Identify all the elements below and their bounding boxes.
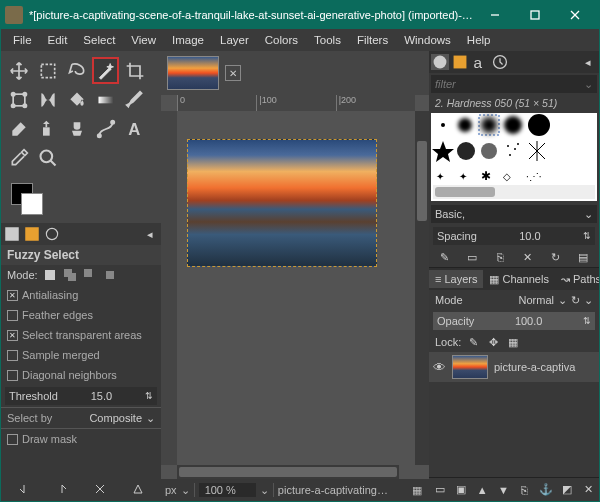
chevron-down-icon[interactable]: ⌄	[558, 294, 567, 307]
switch-mode-icon[interactable]: ↻	[571, 294, 580, 307]
layer-visibility-icon[interactable]: 👁	[433, 360, 446, 375]
selectby-value[interactable]: Composite	[89, 412, 142, 424]
tab-undo-history-icon[interactable]	[43, 226, 61, 242]
navigation-icon[interactable]: ▦	[409, 482, 425, 498]
lock-alpha-icon[interactable]: ▦	[505, 334, 521, 350]
restore-preset-icon[interactable]	[54, 481, 70, 497]
mode-add-icon[interactable]	[62, 267, 78, 283]
reset-preset-icon[interactable]	[130, 481, 146, 497]
menu-file[interactable]: File	[5, 32, 40, 48]
mode-intersect-icon[interactable]	[102, 267, 118, 283]
tool-free-select[interactable]	[63, 57, 90, 84]
canvas-image[interactable]	[187, 139, 377, 267]
refresh-brush-icon[interactable]: ↻	[547, 249, 563, 265]
open-brush-icon[interactable]: ▤	[575, 249, 591, 265]
edit-brush-icon[interactable]: ✎	[437, 249, 453, 265]
delete-layer-icon[interactable]: ✕	[580, 482, 596, 498]
tool-rect-select[interactable]	[34, 57, 61, 84]
lock-position-icon[interactable]: ✥	[485, 334, 501, 350]
drawmask-checkbox[interactable]	[7, 434, 18, 445]
chevron-down-icon[interactable]: ⌄	[584, 294, 593, 307]
color-swatches[interactable]	[1, 177, 161, 223]
lock-pixels-icon[interactable]: ✎	[465, 334, 481, 350]
tool-text[interactable]: A	[121, 115, 148, 142]
mode-subtract-icon[interactable]	[82, 267, 98, 283]
mask-layer-icon[interactable]: ◩	[559, 482, 575, 498]
tool-bucket-fill[interactable]	[63, 86, 90, 113]
tool-move[interactable]	[5, 57, 32, 84]
window-maximize-button[interactable]	[515, 1, 555, 29]
tab-device-status-icon[interactable]	[23, 226, 41, 242]
transparent-checkbox[interactable]: ✕	[7, 330, 18, 341]
layer-row[interactable]: 👁 picture-a-captiva	[429, 352, 599, 382]
menu-select[interactable]: Select	[75, 32, 123, 48]
merge-layer-icon[interactable]: ⚓	[538, 482, 554, 498]
stepper-icon[interactable]: ⇅	[145, 391, 153, 401]
tool-smudge[interactable]	[63, 115, 90, 142]
image-tab-thumbnail[interactable]	[167, 56, 219, 90]
new-layer-icon[interactable]: ▭	[432, 482, 448, 498]
tab-menu-icon[interactable]: ◂	[141, 226, 159, 242]
window-close-button[interactable]	[555, 1, 595, 29]
tab-history-icon[interactable]	[491, 54, 509, 70]
new-brush-icon[interactable]: ▭	[464, 249, 480, 265]
tab-channels[interactable]: ▦Channels	[483, 270, 554, 289]
lower-layer-icon[interactable]: ▼	[495, 482, 511, 498]
threshold-slider[interactable]: Threshold 15.0 ⇅	[5, 387, 157, 405]
raise-layer-icon[interactable]: ▲	[474, 482, 490, 498]
mode-dropdown[interactable]: Normal	[519, 294, 554, 306]
delete-brush-icon[interactable]: ✕	[520, 249, 536, 265]
menu-filters[interactable]: Filters	[349, 32, 396, 48]
mode-replace-icon[interactable]	[42, 267, 58, 283]
feather-checkbox[interactable]	[7, 310, 18, 321]
tool-warp[interactable]	[34, 86, 61, 113]
window-minimize-button[interactable]	[475, 1, 515, 29]
menu-tools[interactable]: Tools	[306, 32, 349, 48]
tool-crop[interactable]	[121, 57, 148, 84]
tool-fuzzy-select[interactable]	[92, 57, 119, 84]
chevron-down-icon[interactable]: ⌄	[260, 484, 269, 497]
stepper-icon[interactable]: ⇅	[583, 231, 591, 241]
ruler-horizontal[interactable]: 0 |100 |200	[177, 95, 415, 111]
tool-gradient[interactable]	[92, 86, 119, 113]
menu-image[interactable]: Image	[164, 32, 212, 48]
chevron-down-icon[interactable]: ⌄	[146, 412, 155, 425]
brush-preset-dropdown[interactable]: Basic, ⌄	[431, 205, 597, 223]
tab-layers[interactable]: ≡Layers	[429, 270, 483, 288]
tool-eraser[interactable]	[5, 115, 32, 142]
duplicate-layer-icon[interactable]: ⎘	[517, 482, 533, 498]
layer-thumbnail[interactable]	[452, 355, 488, 379]
duplicate-brush-icon[interactable]: ⎘	[492, 249, 508, 265]
tab-tool-options-icon[interactable]	[3, 226, 21, 242]
menu-edit[interactable]: Edit	[40, 32, 76, 48]
tool-clone[interactable]	[34, 115, 61, 142]
scrollbar-vertical[interactable]	[415, 111, 429, 465]
new-group-icon[interactable]: ▣	[453, 482, 469, 498]
opacity-slider[interactable]: Opacity 100.0 ⇅	[433, 312, 595, 330]
antialiasing-checkbox[interactable]: ✕	[7, 290, 18, 301]
delete-preset-icon[interactable]	[92, 481, 108, 497]
image-tab-close-button[interactable]: ✕	[225, 65, 241, 81]
background-color[interactable]	[21, 193, 43, 215]
tool-color-picker[interactable]	[5, 144, 32, 171]
scrollbar-horizontal[interactable]	[177, 465, 399, 479]
diagonal-checkbox[interactable]	[7, 370, 18, 381]
menu-view[interactable]: View	[123, 32, 164, 48]
unit-dropdown[interactable]: px	[165, 484, 177, 496]
menu-layer[interactable]: Layer	[212, 32, 257, 48]
tool-transform[interactable]	[5, 86, 32, 113]
brush-grid[interactable]: ✦✦ ✱◇ ·⋰·	[431, 113, 597, 201]
zoom-dropdown[interactable]: 100 %	[199, 483, 256, 497]
layer-name[interactable]: picture-a-captiva	[494, 361, 575, 373]
chevron-down-icon[interactable]: ⌄	[181, 484, 190, 497]
menu-windows[interactable]: Windows	[396, 32, 459, 48]
menu-help[interactable]: Help	[459, 32, 499, 48]
brush-filter-input[interactable]: filter ⌄	[431, 75, 597, 93]
menu-colors[interactable]: Colors	[257, 32, 306, 48]
tab-fonts-icon[interactable]: a	[471, 54, 489, 70]
sample-merged-checkbox[interactable]	[7, 350, 18, 361]
tab-brushes-icon[interactable]	[431, 54, 449, 70]
tab-menu-icon[interactable]: ◂	[579, 54, 597, 70]
tool-path[interactable]	[92, 115, 119, 142]
tab-patterns-icon[interactable]	[451, 54, 469, 70]
